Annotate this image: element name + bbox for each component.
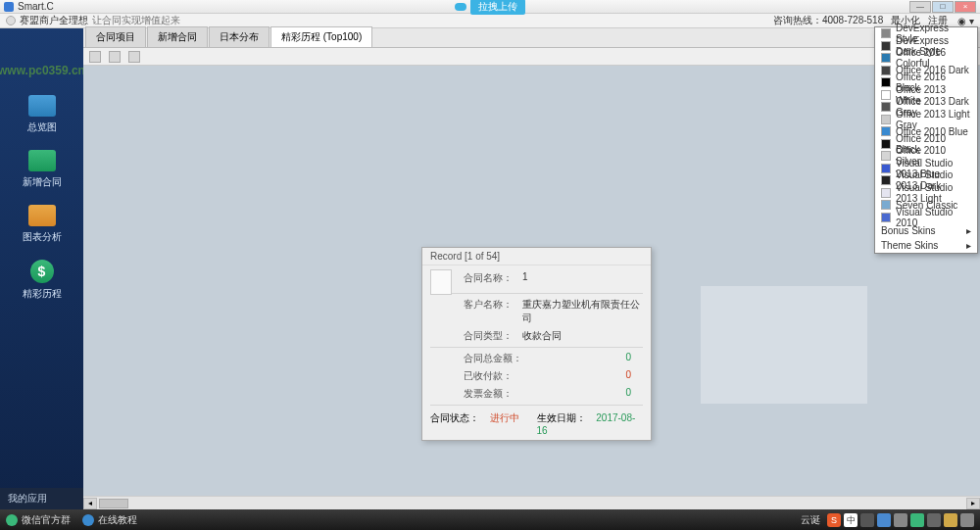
contract-type-value: 收款合同 (522, 329, 643, 343)
scroll-right-button[interactable]: ▸ (966, 498, 980, 509)
sidebar-item-contract[interactable]: 新增合同 (0, 142, 83, 197)
theme-swatch-icon (881, 53, 891, 63)
hotline-number: 4008-728-518 (822, 15, 883, 25)
received-value: 0 (522, 369, 643, 383)
total-amount-value: 0 (522, 352, 643, 365)
theme-swatch-icon (881, 188, 891, 198)
tray-icon-4[interactable] (877, 513, 891, 527)
taskbar: 微信官方群 在线教程 云诞 S 中 (0, 509, 980, 530)
sidebar-item-history[interactable]: $ 精彩历程 (0, 252, 83, 309)
toolbar (83, 48, 980, 66)
sidebar-bottom[interactable]: 我的应用 (0, 488, 83, 509)
date-label: 生效日期： (537, 412, 586, 423)
tab-new-contract[interactable]: 新增合同 (147, 26, 208, 47)
app-name: 赛盟商户全理想 (20, 14, 88, 27)
cloud-icon (455, 3, 466, 11)
received-label: 已收付款： (464, 369, 522, 383)
tab-top100[interactable]: 精彩历程 (Top100) (270, 26, 372, 47)
contract-icon (28, 150, 56, 171)
tray-icon-7[interactable] (927, 513, 941, 527)
tool-icon-1[interactable] (89, 51, 101, 63)
app-subtitle: 让合同实现增值起来 (92, 14, 180, 27)
status-label: 合同状态： (430, 412, 479, 423)
taskbar-wechat[interactable]: 微信官方群 (6, 513, 71, 527)
theme-swatch-icon (881, 77, 891, 87)
contract-name-label: 合同名称： (464, 271, 522, 285)
chart-icon (28, 205, 56, 226)
tutorial-icon (82, 514, 94, 526)
theme-swatch-icon (881, 200, 891, 210)
theme-swatch-icon (881, 164, 891, 173)
tray-icon-6[interactable] (910, 513, 924, 527)
invoice-value: 0 (522, 387, 643, 401)
theme-submenu-theme[interactable]: Theme Skins▸ (875, 238, 977, 253)
status-value: 进行中 (490, 412, 519, 423)
theme-swatch-icon (881, 28, 891, 38)
theme-swatch-icon (881, 41, 891, 51)
theme-swatch-icon (881, 151, 891, 161)
tray-icon-9[interactable] (960, 513, 974, 527)
scroll-left-button[interactable]: ◂ (83, 498, 97, 509)
theme-menu: DevExpress StyleDevExpress Dark StyleOff… (874, 26, 978, 254)
total-amount-label: 合同总金额： (464, 352, 522, 365)
contract-type-label: 合同类型： (464, 329, 522, 343)
cloud-label: 云诞 (801, 513, 820, 527)
tab-contract-project[interactable]: 合同项目 (85, 26, 146, 47)
tray-icon-8[interactable] (944, 513, 957, 527)
sidebar: www.pc0359.cn 总览图 新增合同 图表分析 $ 精彩历程 我的应用 (0, 28, 83, 509)
user-icon (6, 16, 16, 25)
content-area: 合同项目 新增合同 日本分布 精彩历程 (Top100) Record [1 o… (83, 28, 980, 509)
theme-swatch-icon (881, 90, 891, 100)
theme-swatch-icon (881, 66, 891, 75)
theme-item[interactable]: Office 2013 Light Gray (875, 114, 977, 126)
horizontal-scrollbar[interactable]: ◂ ▸ (83, 496, 980, 509)
tab-distribution[interactable]: 日本分布 (209, 26, 270, 47)
upload-button[interactable]: 拉拽上传 (470, 0, 525, 15)
sidebar-item-overview[interactable]: 总览图 (0, 87, 83, 142)
theme-item[interactable]: Visual Studio 2013 Light (875, 187, 977, 200)
tray-icon-1[interactable]: S (827, 513, 841, 527)
record-card: Record [1 of 54] 合同名称： 1 客户名称： 重庆嘉力塑业机有限… (421, 247, 652, 441)
theme-swatch-icon (881, 139, 891, 149)
close-button[interactable]: × (955, 1, 976, 13)
watermark-text: www.pc0359.cn (0, 64, 85, 77)
sidebar-label: 图表分析 (23, 230, 62, 244)
sidebar-label: 新增合同 (23, 175, 62, 189)
theme-item[interactable]: Visual Studio 2010 (875, 212, 977, 224)
scroll-thumb[interactable] (99, 499, 128, 508)
minimize-button[interactable]: — (909, 1, 931, 13)
wechat-icon (6, 514, 18, 526)
canvas: Record [1 of 54] 合同名称： 1 客户名称： 重庆嘉力塑业机有限… (83, 66, 980, 509)
sidebar-label: 精彩历程 (23, 287, 62, 301)
maximize-button[interactable]: □ (932, 1, 954, 13)
contract-name-value: 1 (522, 271, 643, 285)
theme-swatch-icon (881, 213, 891, 222)
theme-swatch-icon (881, 126, 891, 136)
theme-swatch-icon (881, 102, 891, 112)
customer-value: 重庆嘉力塑业机有限责任公司 (522, 298, 643, 325)
tray-ime[interactable]: 中 (844, 513, 858, 527)
sidebar-label: 总览图 (27, 120, 57, 134)
tab-bar: 合同项目 新增合同 日本分布 精彩历程 (Top100) (83, 28, 980, 48)
app-icon (4, 2, 14, 12)
taskbar-tutorial[interactable]: 在线教程 (82, 513, 137, 527)
theme-swatch-icon (881, 115, 891, 124)
tray-icon-3[interactable] (860, 513, 874, 527)
tool-icon-3[interactable] (128, 51, 140, 63)
customer-label: 客户名称： (464, 298, 522, 325)
history-icon: $ (30, 260, 54, 283)
titlebar: Smart.C 拉拽上传 — □ × (0, 0, 980, 14)
sidebar-item-chart[interactable]: 图表分析 (0, 197, 83, 252)
background-page (701, 286, 867, 404)
hotline-label: 咨询热线： (773, 15, 822, 25)
tool-icon-2[interactable] (109, 51, 121, 63)
document-icon (430, 269, 452, 295)
app-title: Smart.C (18, 1, 54, 12)
record-title: Record [1 of 54] (422, 248, 651, 265)
tray-icon-5[interactable] (894, 513, 907, 527)
theme-swatch-icon (881, 175, 891, 185)
theme-item[interactable]: Office 2016 Colorful (875, 52, 977, 65)
overview-icon (28, 95, 56, 117)
invoice-label: 发票金额： (464, 387, 522, 401)
